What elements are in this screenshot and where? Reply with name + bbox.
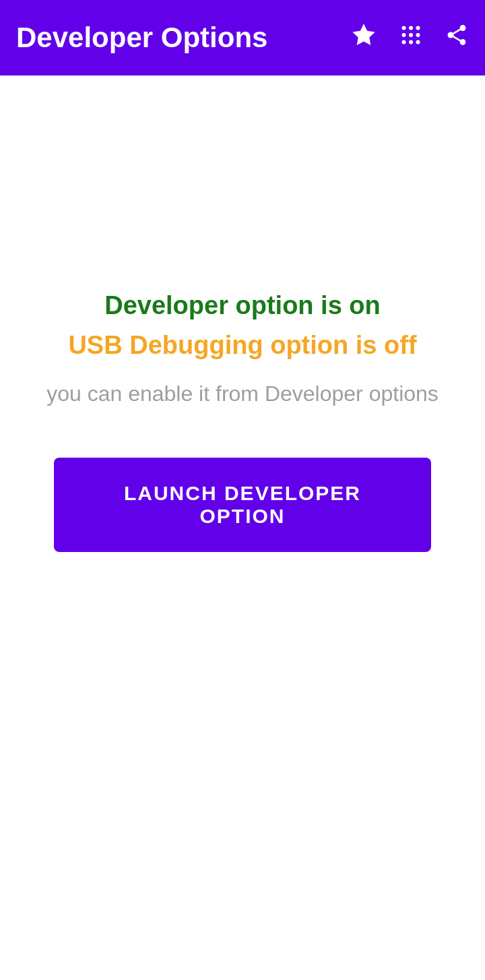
star-icon[interactable]	[350, 22, 377, 55]
svg-point-1	[409, 26, 413, 30]
main-content: Developer option is on USB Debugging opt…	[0, 75, 485, 980]
app-header: Developer Options	[0, 0, 485, 75]
svg-point-0	[402, 26, 406, 30]
developer-on-status: Developer option is on	[104, 291, 381, 320]
header-actions	[350, 22, 469, 55]
status-section: Developer option is on USB Debugging opt…	[20, 291, 465, 552]
page-title: Developer Options	[16, 22, 350, 54]
svg-point-6	[402, 40, 406, 44]
launch-developer-option-button[interactable]: LAUNCH DEVELOPER OPTION	[54, 458, 431, 552]
svg-point-8	[416, 40, 420, 44]
svg-point-5	[416, 33, 420, 37]
grid-icon[interactable]	[399, 23, 423, 53]
share-icon[interactable]	[445, 23, 469, 53]
svg-point-4	[409, 33, 413, 37]
svg-point-7	[409, 40, 413, 44]
svg-point-3	[402, 33, 406, 37]
hint-text: you can enable it from Developer options	[46, 381, 439, 406]
usb-debug-status: USB Debugging option is off	[68, 331, 416, 360]
svg-point-2	[416, 26, 420, 30]
